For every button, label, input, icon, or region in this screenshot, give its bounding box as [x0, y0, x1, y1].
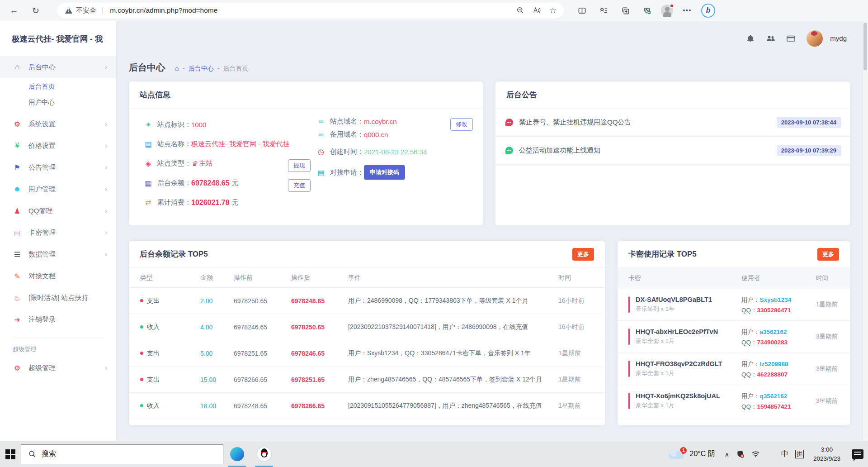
security-label: 不安全	[76, 6, 96, 15]
date: 2023/9/23	[813, 454, 840, 463]
tray-expand-icon[interactable]: ∧	[725, 451, 729, 458]
sidebar-item-logout[interactable]: ➜ 注销登录	[0, 309, 116, 330]
site-name-value: 极速云代挂- 我爱官网 - 我爱代挂	[191, 140, 290, 148]
group-users-icon[interactable]	[766, 34, 775, 43]
tag-icon: ✦	[144, 120, 153, 129]
bell-icon[interactable]	[746, 34, 755, 43]
sidebar-item-system-settings[interactable]: ⚙ 系统设置 ›	[0, 113, 116, 135]
notification-center-icon[interactable]	[852, 449, 863, 459]
logout-runner-icon: ➜	[13, 315, 22, 324]
browser-essentials-icon[interactable]	[639, 3, 655, 18]
modify-domain-button[interactable]: 修改	[450, 118, 473, 131]
url-text: m.coybr.cn/admin.php?mod=home	[110, 6, 511, 14]
withdraw-button[interactable]: 提现	[288, 159, 311, 172]
exchange-icon: ⇄	[144, 198, 153, 207]
announcement-item[interactable]: 公益活动加速功能上线通知 2023-09-10 07:39:29	[495, 137, 850, 165]
sidebar-item-user-center[interactable]: 用户中心	[0, 95, 116, 110]
card-icon: ▤	[13, 229, 22, 237]
breadcrumb-home-icon[interactable]: ⌂	[175, 64, 179, 72]
main-area: mydg 后台中心 ⌂ - 后台中心 - 后台首页 站点信息 ✦	[116, 21, 862, 441]
table-row: HHQT-Xo6jmKQ2Sk8ojUAL豪华全套 x 1月 用户：q35621…	[618, 385, 850, 417]
qq-icon	[257, 447, 271, 461]
key-usage-card: 卡密使用记录 TOP5 更多 卡密 使用者 时间 DX-SAfUoqVL8PGa…	[618, 241, 850, 425]
start-button[interactable]	[0, 441, 21, 467]
billing-card-icon[interactable]	[786, 34, 796, 43]
sidebar-section-label: 超级管理	[0, 343, 116, 357]
diamond-icon: ◈	[144, 159, 153, 168]
windows-logo-icon	[5, 449, 15, 459]
ime-language-indicator[interactable]: 中	[781, 449, 788, 459]
browser-back-icon[interactable]: ←	[6, 3, 22, 18]
announcement-time-badge: 2023-09-10 07:39:29	[777, 145, 841, 156]
zoom-out-icon[interactable]	[514, 4, 527, 17]
table-row: 支出 2.00 6978250.65 6978248.65 用户：2486990…	[129, 288, 605, 314]
weather-badge: 1	[680, 447, 687, 454]
more-button[interactable]: 更多	[817, 248, 839, 261]
taskbar-clock[interactable]: 3:00 2023/9/23	[813, 445, 840, 463]
taskbar-edge-app[interactable]	[223, 441, 250, 467]
favorite-star-icon[interactable]: ☆	[546, 4, 560, 17]
sidebar-item-super-admin[interactable]: ⚙ 超级管理 ›	[0, 357, 116, 379]
consumption-value: 1026021.78	[191, 199, 230, 207]
taskbar-qq-app[interactable]	[250, 441, 278, 467]
breadcrumb-link-backend[interactable]: 后台中心	[189, 65, 214, 73]
card-title: 站点信息	[140, 90, 170, 100]
read-aloud-icon[interactable]	[530, 4, 543, 17]
weather-cloud-icon: 1	[669, 453, 684, 459]
sidebar-item-announcement-mgmt[interactable]: ⚑ 公告管理 ›	[0, 157, 116, 178]
taskbar-search-box[interactable]: 搜索	[21, 444, 223, 464]
sidebar-item-backend-center[interactable]: ⌂ 后台中心 ›	[0, 56, 116, 78]
sidebar-item-limited-event[interactable]: ♨ [限时活动] 站点扶持	[0, 287, 116, 309]
gear-icon: ⚙	[13, 120, 22, 129]
user-avatar[interactable]	[807, 30, 823, 47]
expense-dot-icon	[140, 378, 143, 381]
defender-shield-icon[interactable]	[736, 450, 745, 458]
announcements-card: 后台公告 禁止养号、禁止挂机违规用途QQ公告 2023-09-10 07:38:…	[495, 81, 850, 225]
sidebar-divider	[11, 338, 105, 338]
browser-refresh-icon[interactable]: ↻	[28, 3, 43, 18]
sidebar-item-qq-mgmt[interactable]: ♟ QQ管理 ›	[0, 200, 116, 222]
favorites-list-icon[interactable]	[596, 3, 611, 18]
accent-bar	[628, 329, 630, 345]
announcement-item[interactable]: 禁止养号、禁止挂机违规用途QQ公告 2023-09-10 07:38:44	[495, 109, 850, 137]
taskbar-weather[interactable]: 1 20°C 阴	[669, 449, 715, 459]
comment-bubble-icon	[505, 119, 513, 126]
ime-mode-indicator[interactable]: 拼	[795, 450, 804, 458]
browser-toolbar: ← ↻ 不安全 | m.coybr.cn/admin.php?mod=home …	[0, 0, 868, 21]
wifi-icon[interactable]	[751, 450, 760, 458]
edge-icon	[230, 447, 244, 461]
split-screen-icon[interactable]	[574, 3, 590, 18]
sidebar-item-card-key-mgmt[interactable]: ▤ 卡密管理 ›	[0, 222, 116, 243]
domain-value: m.coybr.cn	[364, 118, 397, 125]
browser-profile-avatar[interactable]	[661, 5, 673, 17]
income-dot-icon	[140, 404, 143, 407]
apply-connect-code-button[interactable]: 申请对接码	[364, 165, 405, 180]
sidebar-item-user-mgmt[interactable]: ☻ 用户管理 ›	[0, 178, 116, 200]
users-icon: ☻	[13, 185, 22, 193]
browser-scrollbar[interactable]	[862, 21, 868, 441]
card-title: 后台公告	[506, 90, 537, 100]
scrollbar-thumb[interactable]	[863, 23, 867, 70]
accent-bar	[628, 361, 630, 377]
chevron-right-icon: ›	[105, 142, 107, 150]
sidebar-item-backend-home[interactable]: 后台首页	[0, 79, 116, 95]
sidebar-item-api-docs[interactable]: ✎ 对接文档	[0, 265, 116, 287]
sidebar-item-price-settings[interactable]: ¥ 价格设置 ›	[0, 135, 116, 157]
id-card-icon: ▤	[144, 140, 153, 148]
search-icon	[28, 450, 36, 458]
settings-more-icon[interactable]: ⋯	[679, 3, 695, 18]
chevron-right-icon: ›	[105, 207, 107, 215]
site-logo-title: 极速云代挂- 我爱官网 - 我	[0, 21, 116, 44]
chevron-right-icon: ›	[105, 185, 107, 193]
collections-icon[interactable]	[618, 3, 633, 18]
expense-dot-icon	[140, 299, 143, 302]
banknote-icon: ▦	[144, 179, 153, 187]
address-bar[interactable]: 不安全 | m.coybr.cn/admin.php?mod=home ☆	[57, 3, 564, 19]
bing-copilot-icon[interactable]: b	[701, 4, 715, 18]
more-button[interactable]: 更多	[572, 248, 594, 261]
table-row: HHQT-abxHrLEOc2ePfTvN豪华全套 x 1月 用户：a35621…	[618, 321, 850, 353]
sidebar-item-data-mgmt[interactable]: ☰ 数据管理 ›	[0, 243, 116, 265]
tray-avatar-icon[interactable]	[767, 450, 774, 458]
recharge-button[interactable]: 充值	[288, 179, 311, 192]
chevron-right-icon: ›	[105, 63, 107, 71]
